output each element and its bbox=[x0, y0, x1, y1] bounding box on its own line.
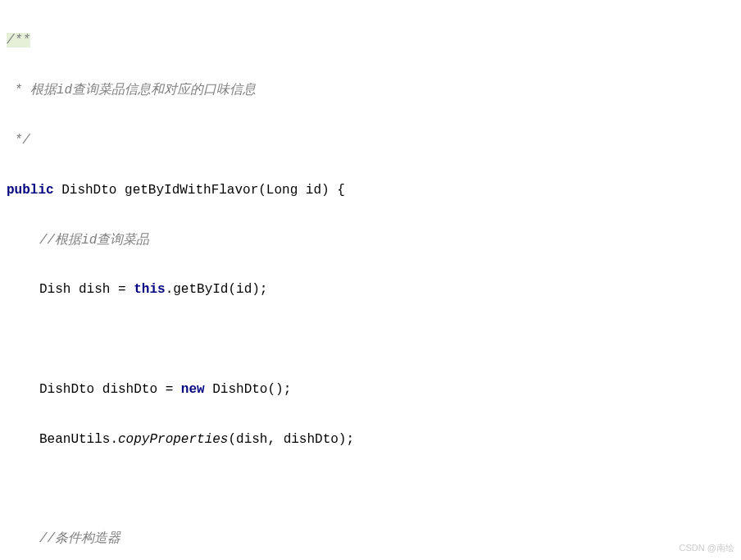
code-block: /** * 根据id查询菜品信息和对应的口味信息 */ public DishD… bbox=[7, 3, 734, 560]
this-keyword: this bbox=[134, 282, 165, 297]
new-keyword-1: new bbox=[181, 382, 205, 397]
copyproperties-method: copyProperties bbox=[118, 432, 228, 447]
method-signature: public DishDto getByIdWithFlavor(Long id… bbox=[7, 178, 734, 203]
beanutils-pre: BeanUtils. bbox=[39, 432, 118, 447]
comment-wrapper: //条件构造器 bbox=[7, 526, 734, 551]
dishdto-pre: DishDto dishDto = bbox=[39, 382, 181, 397]
dish-post: .getById(id); bbox=[166, 282, 268, 297]
beanutils-post: (dish, dishDto); bbox=[228, 432, 354, 447]
dishdto-assignment: DishDto dishDto = new DishDto(); bbox=[7, 377, 734, 402]
blank-line-1 bbox=[7, 327, 734, 352]
watermark: CSDN @南绘 bbox=[680, 540, 734, 557]
javadoc-desc: * 根据id查询菜品信息和对应的口味信息 bbox=[7, 78, 734, 102]
blank-line-2 bbox=[7, 476, 734, 501]
method-sig-rest: DishDto getByIdWithFlavor(Long id) { bbox=[54, 183, 345, 198]
dishdto-post: DishDto(); bbox=[205, 382, 292, 397]
beanutils-line: BeanUtils.copyProperties(dish, dishDto); bbox=[7, 427, 734, 452]
javadoc-open: /** bbox=[7, 33, 30, 48]
comment-open-line: /** bbox=[7, 28, 734, 52]
comment-query-dish: //根据id查询菜品 bbox=[7, 228, 734, 253]
dish-pre: Dish dish = bbox=[39, 282, 134, 297]
public-keyword: public bbox=[7, 183, 54, 198]
dish-assignment: Dish dish = this.getById(id); bbox=[7, 277, 734, 302]
javadoc-close: */ bbox=[7, 128, 734, 153]
